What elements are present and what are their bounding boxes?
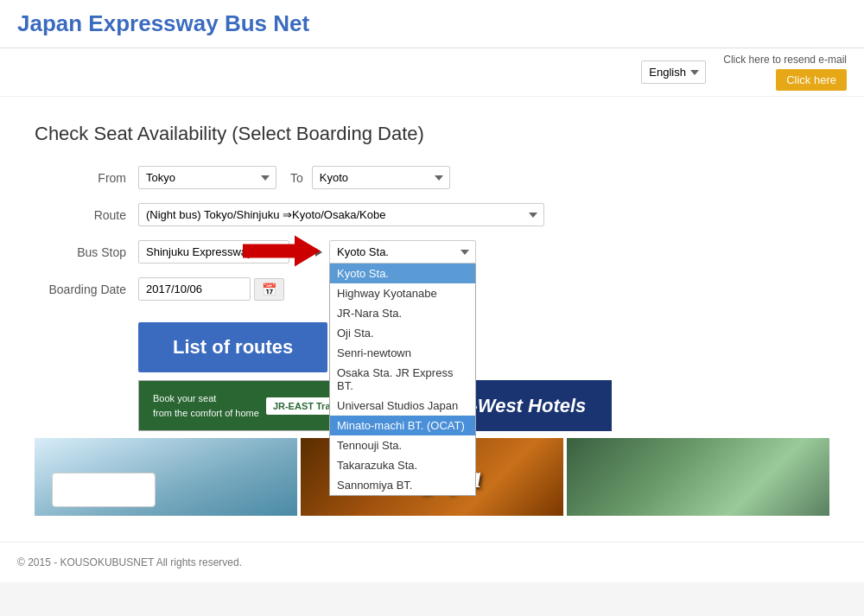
bus-stop-label: Bus Stop	[35, 245, 138, 259]
dropdown-item-takarazuka[interactable]: Takarazuka Sta.	[330, 455, 475, 475]
main-content: Check Seat Availability (Select Boarding…	[0, 97, 864, 542]
route-select[interactable]: (Night bus) Tokyo/Shinjuku ⇒Kyoto/Osaka/…	[138, 203, 544, 226]
top-bar: English 日本語 Click here to resend e-mail …	[0, 48, 864, 97]
dropdown-item-jr-nara-sta[interactable]: JR-Nara Sta.	[330, 303, 475, 323]
boarding-date-input[interactable]	[138, 277, 251, 301]
dropdown-item-highway-kyotanabe[interactable]: Highway Kyotanabe	[330, 283, 475, 303]
footer: © 2015 - KOUSOKUBUSNET All rights reserv…	[0, 542, 864, 582]
dropdown-item-oji-sta[interactable]: Oji Sta.	[330, 323, 475, 343]
calendar-button[interactable]: 📅	[254, 278, 284, 301]
from-select[interactable]: Tokyo Osaka	[138, 166, 276, 189]
bus-stop-row: Bus Stop Shinjuku Expressway Bus Te	[35, 240, 829, 264]
dropdown-item-kyoto-sta[interactable]: Kyoto Sta.	[330, 264, 475, 283]
svg-marker-1	[315, 248, 322, 257]
castle-photo	[567, 438, 829, 516]
jr-east-book-text: Book your seatfrom the comfort of home	[153, 393, 259, 418]
banner-row: Book your seatfrom the comfort of home J…	[138, 380, 829, 431]
language-select[interactable]: English 日本語	[641, 60, 706, 84]
arrow-icon	[296, 244, 322, 261]
bus-stop-from-select[interactable]: Shinjuku Expressway Bus Te	[138, 240, 289, 264]
copyright-text: © 2015 - KOUSOKUBUSNET All rights reserv…	[17, 556, 242, 568]
click-here-button[interactable]: Click here	[776, 69, 847, 91]
resend-area: Click here to resend e-mail Click here	[723, 54, 847, 91]
page-title: Check Seat Availability (Select Boarding…	[35, 123, 829, 145]
dropdown-item-senri-newtown[interactable]: Senri-newtown	[330, 343, 475, 363]
list-routes-button[interactable]: List of routes	[138, 322, 327, 372]
boarding-date-label: Boarding Date	[35, 283, 138, 296]
bus-stop-to-select[interactable]: Kyoto Sta.	[329, 240, 476, 264]
bus-stop-to-wrapper: Kyoto Sta. Kyoto Sta. Highway Kyotanabe …	[329, 240, 476, 264]
from-label: From	[35, 171, 138, 185]
dropdown-item-universal-studios[interactable]: Universal Studios Japan	[330, 396, 475, 416]
route-label: Route	[35, 208, 138, 222]
from-to-row: From Tokyo Osaka To Kyoto Tokyo	[35, 166, 829, 189]
dropdown-item-minato-machi[interactable]: Minato-machi BT. (OCAT)	[330, 416, 475, 435]
action-row: List of routes HExpre...	[138, 318, 829, 377]
resend-text: Click here to resend e-mail	[723, 54, 847, 66]
site-title: Japan Expressway Bus Net	[17, 10, 847, 37]
bus-stop-dropdown: Kyoto Sta. Highway Kyotanabe JR-Nara Sta…	[329, 264, 476, 496]
site-header: Japan Expressway Bus Net	[0, 0, 864, 48]
dropdown-item-sannomiya[interactable]: Sannomiya BT.	[330, 475, 475, 495]
route-row: Route (Night bus) Tokyo/Shinjuku ⇒Kyoto/…	[35, 203, 829, 226]
to-select[interactable]: Kyoto Tokyo	[312, 166, 450, 189]
dropdown-item-tennouji[interactable]: Tennouji Sta.	[330, 435, 475, 455]
bus-photo	[35, 438, 297, 516]
dropdown-item-osaka-sta[interactable]: Osaka Sta. JR Express BT.	[330, 363, 475, 396]
to-label: To	[290, 171, 303, 185]
